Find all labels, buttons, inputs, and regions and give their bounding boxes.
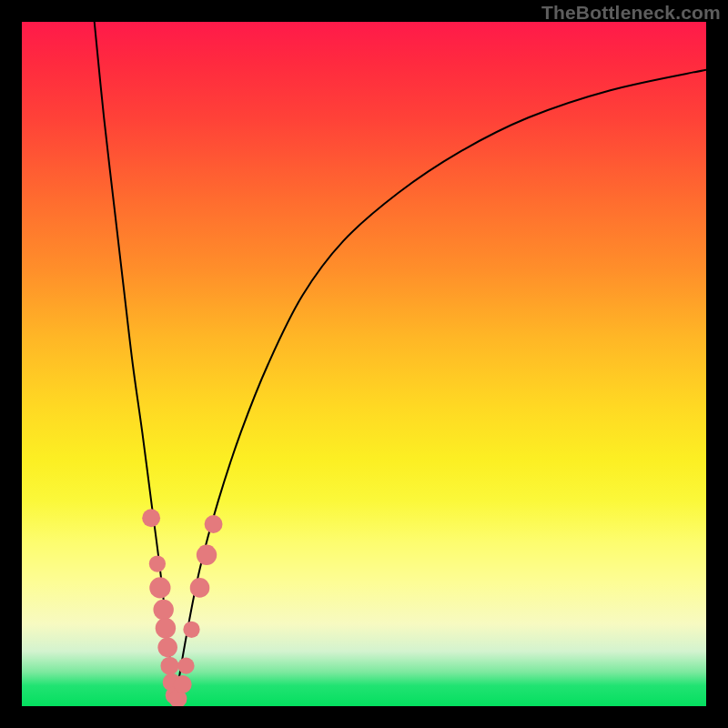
data-marker bbox=[183, 622, 199, 638]
data-marker bbox=[197, 545, 217, 565]
data-marker bbox=[205, 515, 223, 533]
data-marker bbox=[149, 577, 170, 598]
chart-svg bbox=[22, 22, 706, 706]
data-marker bbox=[177, 657, 194, 673]
data-marker bbox=[157, 638, 177, 658]
data-marker bbox=[149, 555, 166, 571]
data-marker bbox=[190, 578, 210, 598]
data-marker bbox=[160, 657, 178, 675]
marker-layer bbox=[142, 509, 222, 706]
curve-right bbox=[175, 70, 706, 706]
data-marker bbox=[153, 600, 173, 620]
data-marker bbox=[142, 509, 160, 527]
chart-frame bbox=[22, 22, 706, 706]
data-marker bbox=[156, 618, 176, 638]
data-marker bbox=[174, 675, 192, 693]
watermark-text: TheBottleneck.com bbox=[541, 2, 721, 24]
